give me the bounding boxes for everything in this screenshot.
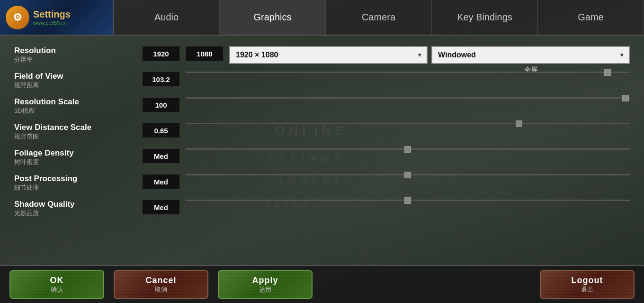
tab-camera[interactable]: Camera <box>326 0 432 35</box>
fov-label-en: Field of View <box>14 72 142 81</box>
resolution-label: Resolution 分辨率 <box>14 45 142 64</box>
resolution-height: 1080 <box>186 46 224 61</box>
tab-bar: ⚙ Settings www.pc359.cn Audio Graphics C… <box>0 0 644 36</box>
shadow-label-cn: 光影品质 <box>14 209 142 218</box>
resolution-label-en: Resolution <box>14 46 142 55</box>
tab-game[interactable]: Game <box>538 0 644 35</box>
setting-row-resolution: Resolution 分辨率 1920 1080 1920 × 1080 ▾ W… <box>14 45 630 68</box>
resolution-dropdowns: 1920 × 1080 ▾ Windowed ▾ 全屏 <box>229 46 630 64</box>
logo-tab: ⚙ Settings www.pc359.cn <box>0 0 114 35</box>
view-distance-label-cn: 视野范围 <box>14 132 142 141</box>
ok-label-cn: 确认 <box>51 285 63 294</box>
view-distance-label: View Distance Scale 视野范围 <box>14 122 142 141</box>
view-distance-value: 0.65 <box>142 123 180 138</box>
fov-slider[interactable] <box>186 72 630 73</box>
cancel-label-en: Cancel <box>145 275 176 285</box>
foliage-slider-thumb[interactable] <box>404 146 411 153</box>
fov-label-cn: 视野距离 <box>14 81 142 90</box>
fullscreen-hint: 全屏 <box>524 66 537 74</box>
shadow-label-en: Shadow Quality <box>14 200 142 209</box>
shadow-value: Med <box>142 200 180 215</box>
resolution-dropdown-value: 1920 × 1080 <box>236 51 278 59</box>
logo-main: Settings <box>33 9 71 20</box>
foliage-label: Foliage Density 树叶密度 <box>14 147 142 166</box>
post-processing-value: Med <box>142 174 180 189</box>
setting-row-foliage: Foliage Density 树叶密度 Med <box>14 147 630 170</box>
logout-button[interactable]: Logout 退出 <box>540 270 635 299</box>
fov-value: 103.2 <box>142 72 180 87</box>
foliage-slider-container <box>186 147 630 150</box>
logout-label-en: Logout <box>572 275 603 285</box>
window-mode-dropdown[interactable]: Windowed ▾ 全屏 <box>431 46 630 64</box>
resolution-scale-slider-thumb[interactable] <box>622 95 629 101</box>
resolution-width: 1920 <box>142 46 180 61</box>
view-distance-slider-container <box>186 122 630 124</box>
setting-row-post-processing: Post Processing 细节处理 Med <box>14 173 630 196</box>
tab-audio[interactable]: Audio <box>114 0 220 35</box>
resolution-label-cn: 分辨率 <box>14 55 142 64</box>
post-processing-slider[interactable] <box>186 174 630 175</box>
cancel-label-cn: 取消 <box>155 285 167 294</box>
view-distance-slider[interactable] <box>186 123 630 124</box>
window-mode-dropdown-value: Windowed <box>438 51 476 59</box>
setting-row-view-distance: View Distance Scale 视野范围 0.65 <box>14 122 630 145</box>
view-distance-label-en: View Distance Scale <box>14 123 142 132</box>
post-processing-label: Post Processing 细节处理 <box>14 173 142 192</box>
resolution-scale-slider[interactable] <box>186 97 630 99</box>
resolution-scale-label-en: Resolution Scale <box>14 97 142 107</box>
apply-button[interactable]: Apply 适用 <box>218 270 313 299</box>
resolution-scale-value: 100 <box>142 97 180 112</box>
logo-icon: ⚙ <box>6 6 29 29</box>
shadow-label: Shadow Quality 光影品质 <box>14 199 142 218</box>
post-processing-slider-container <box>186 173 630 175</box>
post-processing-label-en: Post Processing <box>14 174 142 184</box>
fov-slider-thumb[interactable] <box>604 69 611 76</box>
foliage-label-cn: 树叶密度 <box>14 158 142 166</box>
resolution-dropdown[interactable]: 1920 × 1080 ▾ <box>229 46 428 64</box>
fov-slider-container <box>186 71 630 73</box>
foliage-slider[interactable] <box>186 148 630 150</box>
shadow-slider-thumb[interactable] <box>404 197 411 204</box>
resolution-scale-label: Resolution Scale 3D模糊 <box>14 96 142 115</box>
shadow-slider-container <box>186 199 630 201</box>
cancel-button[interactable]: Cancel 取消 <box>114 270 208 299</box>
apply-label-en: Apply <box>252 275 278 285</box>
content-area: Resolution 分辨率 1920 1080 1920 × 1080 ▾ W… <box>0 36 644 265</box>
logo-sub: www.pc359.cn <box>33 20 71 26</box>
main-container: ⚙ Settings www.pc359.cn Audio Graphics C… <box>0 0 644 303</box>
logo-text: Settings www.pc359.cn <box>33 9 71 26</box>
logout-label-cn: 退出 <box>581 285 593 294</box>
post-processing-slider-thumb[interactable] <box>404 172 411 178</box>
post-processing-label-cn: 细节处理 <box>14 184 142 192</box>
ok-button[interactable]: OK 确认 <box>9 270 104 299</box>
setting-row-fov: Field of View 视野距离 103.2 <box>14 71 630 93</box>
setting-row-shadow: Shadow Quality 光影品质 Med <box>14 199 630 221</box>
resolution-control: 1920 × 1080 ▾ Windowed ▾ 全屏 <box>229 45 630 64</box>
ok-label-en: OK <box>50 275 64 285</box>
tab-key-bindings[interactable]: Key Bindings <box>432 0 538 35</box>
fov-label: Field of View 视野距离 <box>14 71 142 90</box>
bottom-bar: OK 确认 Cancel 取消 Apply 适用 Logout 退出 <box>0 265 644 303</box>
resolution-dropdown-arrow: ▾ <box>418 52 421 58</box>
view-distance-slider-thumb[interactable] <box>516 120 522 127</box>
tab-graphics[interactable]: Graphics <box>220 0 326 35</box>
resolution-scale-slider-container <box>186 96 630 99</box>
apply-label-cn: 适用 <box>259 285 271 294</box>
shadow-slider[interactable] <box>186 200 630 201</box>
setting-row-resolution-scale: Resolution Scale 3D模糊 100 <box>14 96 630 119</box>
resolution-scale-label-cn: 3D模糊 <box>14 107 142 115</box>
foliage-value: Med <box>142 148 180 164</box>
window-dropdown-arrow: ▾ <box>620 52 623 58</box>
foliage-label-en: Foliage Density <box>14 148 142 158</box>
